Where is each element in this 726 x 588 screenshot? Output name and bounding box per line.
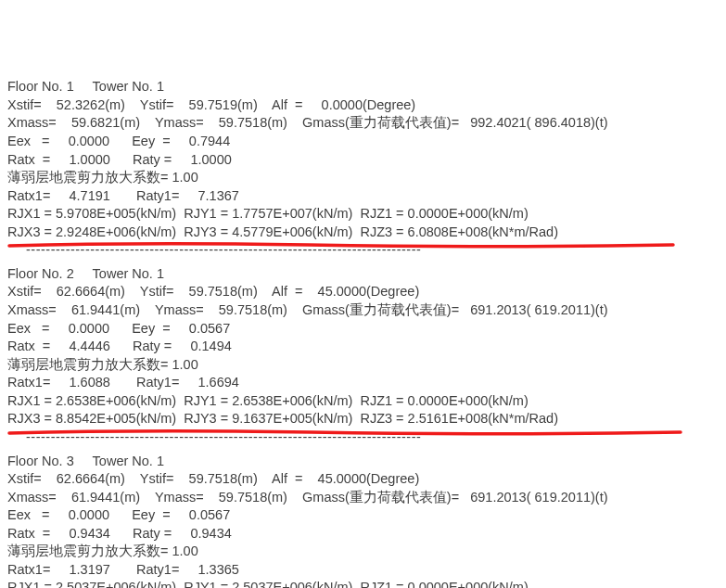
line-ee: Eex = 0.0000 Eey = 0.0567 bbox=[7, 320, 719, 339]
line-ee: Eex = 0.0000 Eey = 0.7944 bbox=[7, 133, 719, 151]
line-header: Floor No. 2 Tower No. 1 bbox=[7, 265, 719, 284]
line-rat: Ratx = 4.4446 Raty = 0.1494 bbox=[7, 338, 719, 356]
line-rj1: RJX1 = 2.6538E+006(kN/m) RJY1 = 2.6538E+… bbox=[7, 392, 719, 411]
line-rj3: RJX3 = 8.8542E+005(kN/m) RJY3 = 9.1637E+… bbox=[7, 410, 719, 428]
line-header: Floor No. 1 Tower No. 1 bbox=[7, 78, 719, 96]
line-mass: Xmass= 61.9441(m) Ymass= 59.7518(m) Gmas… bbox=[7, 489, 719, 507]
line-weak: 薄弱层地震剪力放大系数= 1.00 bbox=[7, 169, 719, 187]
floor-block-3: Floor No. 3 Tower No. 1Xstif= 62.6664(m)… bbox=[7, 453, 719, 589]
line-stif: Xstif= 52.3262(m) Ystif= 59.7519(m) Alf … bbox=[7, 96, 719, 115]
line-mass: Xmass= 61.9441(m) Ymass= 59.7518(m) Gmas… bbox=[7, 301, 719, 320]
line-rat1: Ratx1= 1.3197 Raty1= 1.3365 bbox=[7, 561, 719, 580]
line-stif: Xstif= 62.6664(m) Ystif= 59.7518(m) Alf … bbox=[7, 283, 719, 301]
line-weak: 薄弱层地震剪力放大系数= 1.00 bbox=[7, 356, 719, 375]
line-rat1: Ratx1= 1.6088 Raty1= 1.6694 bbox=[7, 374, 719, 392]
separator-dashes: ----------------------------------------… bbox=[7, 428, 719, 447]
line-rat1: Ratx1= 4.7191 Raty1= 7.1367 bbox=[7, 187, 719, 206]
line-rj1: RJX1 = 5.9708E+005(kN/m) RJY1 = 1.7757E+… bbox=[7, 205, 719, 224]
line-header: Floor No. 3 Tower No. 1 bbox=[7, 453, 719, 471]
line-weak: 薄弱层地震剪力放大系数= 1.00 bbox=[7, 543, 719, 561]
line-rj3: RJX3 = 2.9248E+006(kN/m) RJY3 = 4.5779E+… bbox=[7, 224, 719, 242]
separator-dashes: ----------------------------------------… bbox=[7, 241, 719, 260]
line-ee: Eex = 0.0000 Eey = 0.0567 bbox=[7, 506, 719, 525]
line-mass: Xmass= 59.6821(m) Ymass= 59.7518(m) Gmas… bbox=[7, 114, 719, 133]
line-rat: Ratx = 0.9434 Raty = 0.9434 bbox=[7, 525, 719, 543]
line-stif: Xstif= 62.6664(m) Ystif= 59.7518(m) Alf … bbox=[7, 470, 719, 489]
line-rat: Ratx = 1.0000 Raty = 1.0000 bbox=[7, 151, 719, 170]
floor-block-2: Floor No. 2 Tower No. 1Xstif= 62.6664(m)… bbox=[7, 265, 719, 447]
line-rj1: RJX1 = 2.5037E+006(kN/m) RJY1 = 2.5037E+… bbox=[7, 579, 719, 588]
floor-block-1: Floor No. 1 Tower No. 1Xstif= 52.3262(m)… bbox=[7, 78, 719, 260]
